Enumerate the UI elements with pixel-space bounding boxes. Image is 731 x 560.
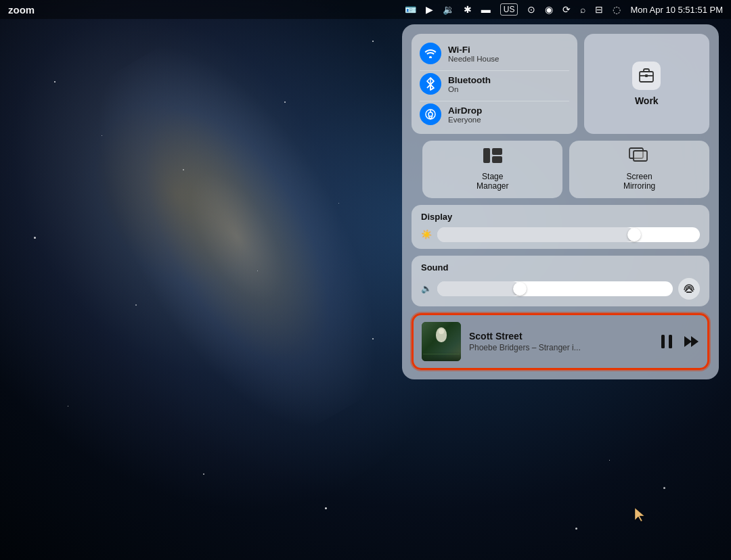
stage-manager-btn[interactable]: Stage Manager (422, 141, 562, 198)
track-artist: Phoebe Bridgers – Stranger i... (469, 343, 652, 352)
svg-rect-16 (492, 156, 502, 163)
now-playing-section: Scott Street Phoebe Bridgers – Stranger … (412, 313, 709, 370)
bluetooth-name: Bluetooth (448, 75, 491, 85)
wifi-info: Wi-Fi Needell House (448, 45, 499, 63)
work-icon (632, 62, 661, 90)
wifi-icon[interactable]: ⊙ (527, 4, 535, 15)
bluetooth-info: Bluetooth On (448, 75, 491, 93)
cursor (633, 507, 646, 523)
svg-rect-19 (686, 291, 692, 293)
pause-button[interactable] (660, 334, 673, 349)
volume-slider-row: 🔈 (421, 278, 700, 300)
screen-mirroring-icon (629, 147, 650, 168)
display-title: Display (421, 212, 700, 222)
airdrop-sub: Everyone (448, 116, 482, 124)
play-icon[interactable]: ▶ (426, 4, 433, 15)
bluetooth-item[interactable]: Bluetooth On (420, 70, 569, 97)
history-icon[interactable]: ⟳ (562, 4, 571, 15)
user-icon[interactable]: ◉ (545, 4, 553, 15)
brightness-icon: ☀️ (421, 229, 432, 239)
clock: Mon Apr 10 5:51:51 PM (630, 5, 723, 15)
work-block[interactable]: Work (584, 34, 710, 134)
wifi-sub: Needell House (448, 55, 499, 63)
stage-manager-label: Stage Manager (477, 172, 508, 191)
album-art-image (422, 322, 461, 361)
work-label: Work (635, 95, 659, 106)
network-block: Wi-Fi Needell House (412, 34, 577, 134)
volume-icon: 🔈 (421, 283, 432, 294)
wifi-item[interactable]: Wi-Fi Needell House (420, 41, 569, 66)
screen-mirroring-btn[interactable]: Screen Mirroring (569, 141, 709, 198)
cc-top-row: Wi-Fi Needell House (412, 34, 709, 134)
control-center: Wi-Fi Needell House (402, 24, 719, 379)
sound-section: Sound 🔈 (412, 256, 709, 306)
screen-mirroring-label: Screen Mirroring (623, 172, 655, 191)
desktop: zoom 🪪 ▶ 🔉 ✱ ▬ US ⊙ ◉ ⟳ ⌕ ⊟ ◌ Mon Apr 10… (0, 0, 731, 560)
stage-manager-icon (483, 147, 503, 168)
search-icon[interactable]: ⌕ (580, 4, 585, 15)
contact-card-icon[interactable]: 🪪 (405, 4, 416, 15)
sound-title: Sound (421, 262, 700, 273)
volume-slider[interactable] (437, 281, 673, 296)
airdrop-toggle-icon[interactable] (420, 103, 441, 125)
app-name[interactable]: zoom (8, 4, 35, 16)
airplay-button[interactable] (678, 278, 700, 300)
wifi-toggle-icon[interactable] (420, 43, 441, 64)
menubar-right: 🪪 ▶ 🔉 ✱ ▬ US ⊙ ◉ ⟳ ⌕ ⊟ ◌ Mon Apr 10 5:51… (405, 3, 723, 16)
bluetooth-icon[interactable]: ✱ (464, 4, 472, 15)
airdrop-item[interactable]: AirDrop Everyone (420, 101, 569, 127)
control-center-icon[interactable]: ⊟ (595, 4, 603, 15)
svg-point-0 (429, 56, 432, 58)
svg-rect-13 (645, 74, 648, 77)
album-art (422, 322, 461, 361)
airdrop-name: AirDrop (448, 106, 482, 116)
cc-action-row: Stage Manager Screen Mirroring (412, 141, 709, 198)
menubar-left: zoom (8, 4, 35, 16)
brightness-slider[interactable] (437, 227, 700, 242)
siri-icon[interactable]: ◌ (613, 4, 621, 15)
svg-rect-14 (483, 148, 490, 163)
battery-icon[interactable]: ▬ (481, 4, 491, 15)
track-name: Scott Street (469, 331, 652, 342)
menubar: zoom 🪪 ▶ 🔉 ✱ ▬ US ⊙ ◉ ⟳ ⌕ ⊟ ◌ Mon Apr 10… (0, 0, 731, 19)
wifi-name: Wi-Fi (448, 45, 499, 55)
bluetooth-toggle-icon[interactable] (420, 73, 441, 95)
airdrop-info: AirDrop Everyone (448, 106, 482, 124)
skip-forward-button[interactable] (683, 335, 699, 348)
svg-rect-20 (661, 335, 665, 348)
svg-rect-21 (669, 335, 672, 348)
volume-icon[interactable]: 🔉 (443, 4, 454, 15)
svg-point-9 (428, 112, 433, 116)
display-section: Display ☀️ (412, 205, 709, 249)
track-info: Scott Street Phoebe Bridgers – Stranger … (469, 331, 652, 352)
svg-rect-15 (492, 148, 502, 155)
keyboard-icon[interactable]: US (500, 3, 518, 16)
bluetooth-sub: On (448, 85, 491, 93)
brightness-slider-row: ☀️ (421, 227, 700, 242)
svg-rect-18 (634, 151, 647, 161)
playback-controls (660, 334, 699, 349)
